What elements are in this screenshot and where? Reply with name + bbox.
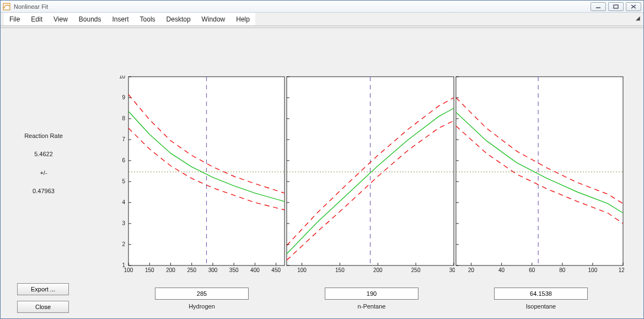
- svg-text:5: 5: [122, 178, 125, 184]
- svg-text:250: 250: [187, 267, 196, 273]
- svg-text:20: 20: [468, 267, 475, 273]
- maximize-button[interactable]: [608, 2, 624, 11]
- xlabel-isopentane: Isopentane: [494, 303, 588, 310]
- summary-label: Reaction Rate: [16, 132, 71, 140]
- svg-text:150: 150: [145, 267, 154, 273]
- svg-text:250: 250: [411, 267, 421, 273]
- menu-bounds[interactable]: Bounds: [73, 13, 107, 25]
- input-isopentane[interactable]: 64.1538: [494, 288, 588, 300]
- svg-text:350: 350: [229, 267, 239, 273]
- summary-panel: Reaction Rate 5.4622 +/- 0.47963: [16, 132, 71, 206]
- svg-text:40: 40: [498, 267, 505, 273]
- menu-edit[interactable]: Edit: [25, 13, 48, 25]
- svg-text:6: 6: [122, 157, 125, 163]
- app-logo-icon: [3, 3, 10, 10]
- input-npentane[interactable]: 190: [325, 288, 418, 300]
- svg-text:3: 3: [122, 220, 125, 226]
- svg-text:8: 8: [122, 115, 125, 121]
- figure-content: Reaction Rate 5.4622 +/- 0.47963 1001502…: [1, 28, 643, 318]
- menu-tools[interactable]: Tools: [135, 13, 161, 25]
- svg-text:100: 100: [124, 267, 133, 273]
- svg-text:7: 7: [122, 136, 125, 142]
- svg-text:100: 100: [588, 267, 598, 273]
- svg-text:300: 300: [208, 267, 218, 273]
- window-buttons: [591, 2, 641, 11]
- minimize-button[interactable]: [591, 2, 606, 11]
- close-panel-button[interactable]: Close: [17, 301, 69, 313]
- svg-text:450: 450: [271, 267, 281, 273]
- menu-insert[interactable]: Insert: [107, 13, 135, 25]
- toolbar-dropdown-icon[interactable]: ◢: [636, 15, 640, 21]
- svg-text:100: 100: [297, 267, 307, 273]
- export-button[interactable]: Export ...: [17, 283, 69, 295]
- close-button[interactable]: [626, 2, 641, 11]
- svg-text:9: 9: [122, 94, 125, 100]
- subplot-isopentane[interactable]: 20406080100120: [455, 76, 624, 275]
- summary-pm: +/-: [16, 169, 71, 177]
- xlabel-hydrogen: Hydrogen: [155, 303, 249, 310]
- menu-view[interactable]: View: [48, 13, 73, 25]
- svg-text:200: 200: [373, 267, 383, 273]
- subplot-npentane[interactable]: 100150200250300: [286, 76, 455, 275]
- subplot-hydrogen[interactable]: 10015020025030035040045012345678910: [116, 76, 286, 275]
- menu-desktop[interactable]: Desktop: [161, 13, 196, 25]
- svg-text:200: 200: [166, 267, 175, 273]
- plot-area: 10015020025030035040045012345678910 1001…: [116, 76, 624, 275]
- window-title: Nonlinear Fit: [14, 3, 591, 10]
- menu-help[interactable]: Help: [230, 13, 255, 25]
- summary-error: 0.47963: [16, 187, 71, 195]
- svg-text:60: 60: [529, 267, 535, 273]
- svg-text:2: 2: [122, 241, 125, 247]
- titlebar: Nonlinear Fit: [1, 1, 643, 13]
- svg-text:4: 4: [122, 199, 125, 205]
- xlabel-npentane: n-Pentane: [325, 303, 418, 310]
- svg-rect-67: [456, 77, 623, 265]
- svg-text:150: 150: [335, 267, 345, 273]
- app-window: Nonlinear Fit File Edit View Bounds Inse…: [0, 0, 644, 319]
- svg-text:80: 80: [559, 267, 566, 273]
- svg-text:300: 300: [449, 267, 455, 273]
- svg-text:10: 10: [119, 76, 126, 79]
- svg-text:400: 400: [250, 267, 260, 273]
- menubar: File Edit View Bounds Insert Tools Deskt…: [1, 13, 643, 26]
- input-hydrogen[interactable]: 285: [155, 288, 249, 300]
- menu-window[interactable]: Window: [196, 13, 231, 25]
- svg-text:1: 1: [122, 262, 125, 268]
- menu-file[interactable]: File: [4, 13, 25, 25]
- summary-value: 5.4622: [16, 150, 71, 158]
- svg-text:120: 120: [619, 267, 624, 273]
- svg-rect-2: [614, 5, 618, 8]
